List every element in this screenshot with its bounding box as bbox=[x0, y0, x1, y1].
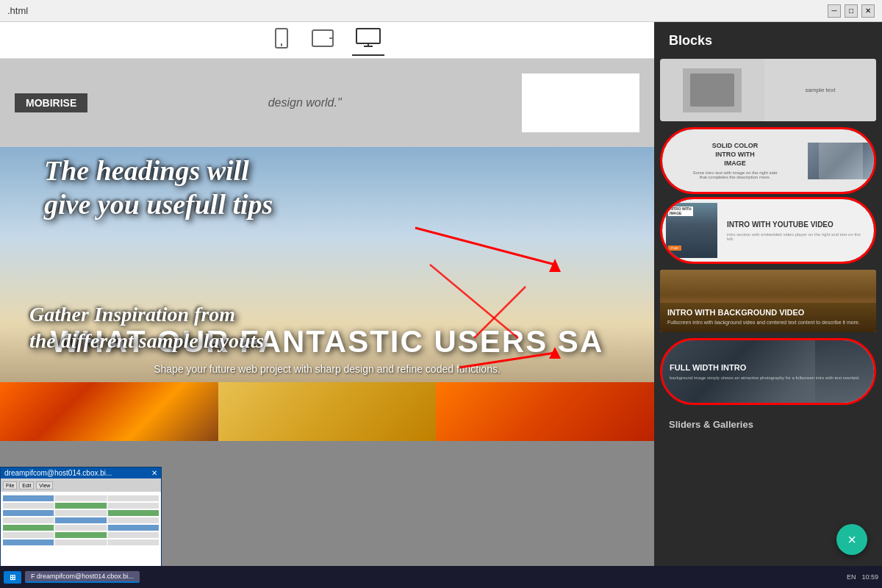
system-tray: EN 10:59 bbox=[847, 573, 878, 581]
youtube-thumb-label: INTRO WITHIMAGE bbox=[668, 207, 693, 216]
taskbar-app-ftp[interactable]: F dreampifcom@host014.cbox.bi... bbox=[25, 571, 140, 583]
hero-image-3 bbox=[436, 382, 654, 441]
titlebar: .html ─ □ ✕ bbox=[0, 0, 882, 22]
ftp-title-text: dreampifcom@host014.cbox.bi... bbox=[4, 469, 112, 477]
main-container: MOBIRISE design world." WHAT OUR FANTAST… bbox=[0, 22, 882, 588]
mobile-view-button[interactable] bbox=[270, 24, 293, 56]
minimize-button[interactable]: ─ bbox=[828, 4, 841, 18]
hero-big-heading: WHAT OUR FANTASTIC USERS SA bbox=[0, 324, 654, 359]
clock: 10:59 bbox=[861, 573, 878, 581]
hero-image-1 bbox=[0, 382, 218, 441]
hero-bottom-text: WHAT OUR FANTASTIC USERS SA Shape your f… bbox=[0, 324, 654, 375]
intro-youtube-label: INTRO WITH YOUTUBE VIDEO bbox=[727, 220, 868, 229]
ftp-close[interactable]: ✕ bbox=[151, 469, 157, 477]
preview-white-box bbox=[522, 74, 639, 132]
bottom-taskbar: ⊞ F dreampifcom@host014.cbox.bi... EN 10… bbox=[0, 566, 882, 588]
block-thumb-top: sample text bbox=[660, 59, 876, 121]
content-area: MOBIRISE design world." WHAT OUR FANTAST… bbox=[0, 22, 654, 588]
svg-rect-4 bbox=[356, 29, 380, 43]
ftp-toolbar: File Edit View bbox=[1, 478, 161, 492]
ftp-btn-2[interactable]: Edit bbox=[19, 481, 34, 490]
bg-video-label: INTRO WITH BACKGROUND VIDEO bbox=[667, 308, 860, 318]
filename-label: .html bbox=[7, 5, 28, 16]
preview-quote: design world." bbox=[87, 96, 522, 110]
blocks-panel: Blocks sample text SOLID COLORIN bbox=[654, 22, 882, 588]
start-button[interactable]: ⊞ bbox=[4, 571, 21, 584]
youtube-sidebar-thumb: INTRO WITHIMAGE PLAY bbox=[666, 203, 717, 258]
solid-color-intro-label: SOLID COLORINTRO WITHIMAGE bbox=[712, 142, 759, 168]
website-preview: MOBIRISE design world." WHAT OUR FANTAST… bbox=[0, 59, 654, 588]
fab-close-button[interactable]: × bbox=[836, 524, 867, 555]
toolbar bbox=[0, 22, 654, 59]
preview-hero-section: WHAT OUR FANTASTIC USERS SA Shape your f… bbox=[0, 147, 654, 441]
ftp-window-title: dreampifcom@host014.cbox.bi... ✕ bbox=[1, 467, 161, 478]
full-width-sub: background image simply shows an attract… bbox=[670, 376, 859, 380]
window-controls[interactable]: ─ □ ✕ bbox=[828, 4, 875, 18]
youtube-thumb-btn: PLAY bbox=[668, 245, 681, 251]
close-button[interactable]: ✕ bbox=[861, 4, 875, 18]
youtube-block-info: INTRO WITH YOUTUBE VIDEO intro section w… bbox=[721, 215, 874, 247]
block-thumb-youtube: INTRO WITHIMAGE PLAY INTRO WITH YOUTUBE … bbox=[662, 199, 874, 262]
block-thumb-solid-color: SOLID COLORINTRO WITHIMAGE Some intro te… bbox=[662, 129, 874, 192]
ftp-btn-1[interactable]: File bbox=[3, 481, 17, 490]
hero-images-row bbox=[0, 382, 654, 441]
block-item-intro-bg-video[interactable]: INTRO WITH BACKGROUND VIDEO Fullscreen i… bbox=[660, 270, 876, 332]
taskbar-app-ftp-label: F dreampifcom@host014.cbox.bi... bbox=[31, 573, 134, 580]
block-item-full-width-intro[interactable]: FULL WIDTH INTRO background image simply… bbox=[660, 338, 876, 405]
ftp-btn-3[interactable]: View bbox=[36, 481, 53, 490]
block-thumb-bg-video: INTRO WITH BACKGROUND VIDEO Fullscreen i… bbox=[660, 270, 876, 332]
sliders-galleries-label: Sliders & Galleries bbox=[654, 412, 882, 434]
language-indicator: EN bbox=[847, 573, 856, 581]
full-width-label: FULL WIDTH INTRO bbox=[670, 363, 859, 373]
preview-top-section: MOBIRISE design world." bbox=[0, 59, 654, 147]
block-item-solid-color-intro[interactable]: SOLID COLORINTRO WITHIMAGE Some intro te… bbox=[660, 127, 876, 194]
desktop-view-button[interactable] bbox=[352, 24, 384, 56]
tablet-view-button[interactable] bbox=[308, 25, 337, 55]
preview-logo: MOBIRISE bbox=[15, 93, 87, 112]
maximize-button[interactable]: □ bbox=[845, 4, 858, 18]
bg-video-overlay: INTRO WITH BACKGROUND VIDEO Fullscreen i… bbox=[660, 270, 876, 332]
hero-image-2 bbox=[218, 382, 437, 441]
block-thumb-full-width: FULL WIDTH INTRO background image simply… bbox=[662, 340, 874, 403]
block-item-top-partial[interactable]: sample text bbox=[660, 59, 876, 121]
hero-sub-heading: Shape your future web project with sharp… bbox=[0, 363, 654, 375]
blocks-panel-title: Blocks bbox=[654, 22, 882, 56]
bg-video-sub: Fullscreen intro with background video a… bbox=[667, 320, 860, 325]
block-item-intro-youtube[interactable]: INTRO WITHIMAGE PLAY INTRO WITH YOUTUBE … bbox=[660, 197, 876, 264]
full-width-overlay: FULL WIDTH INTRO background image simply… bbox=[662, 340, 874, 403]
